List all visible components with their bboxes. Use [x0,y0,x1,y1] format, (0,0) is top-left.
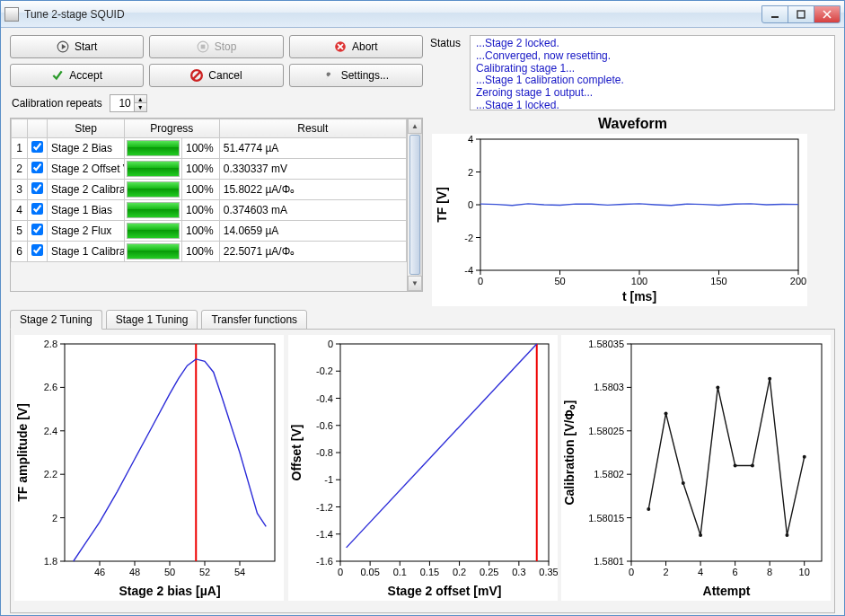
row-index: 2 [12,159,28,180]
maximize-button[interactable] [788,5,814,23]
svg-point-132 [699,533,702,537]
row-checkbox[interactable] [28,138,48,159]
abort-button[interactable]: Abort [289,35,423,58]
window-title: Tune 2-stage SQUID [24,8,762,21]
calrep-input[interactable] [110,95,134,111]
svg-text:0.3: 0.3 [512,567,525,577]
svg-text:1.5802: 1.5802 [594,469,624,480]
cancel-label: Cancel [208,69,242,82]
svg-text:46: 46 [94,567,105,577]
svg-text:200: 200 [790,276,806,286]
app-icon [4,7,19,22]
row-step: Stage 2 Calibrat [48,180,125,200]
col-progress[interactable]: Progress [125,119,220,138]
svg-rect-7 [200,45,205,49]
svg-text:2.2: 2.2 [44,469,57,480]
scroll-up[interactable]: ▲ [408,119,422,134]
calibration-chart: 02468101.58011.580151.58021.580251.58031… [561,335,831,601]
svg-text:-1.6: -1.6 [316,556,333,567]
tab-panel: 46485052541.822.22.42.62.8Stage 2 bias [… [10,329,835,613]
svg-text:1.58015: 1.58015 [588,513,624,524]
titlebar[interactable]: Tune 2-stage SQUID [1,1,844,28]
client-area: Start Stop Abort Accept Cancel Settings.… [1,28,844,615]
accept-button[interactable]: Accept [10,64,144,87]
svg-text:-4: -4 [464,265,473,276]
spin-up[interactable]: ▲ [134,95,146,103]
row-checkbox[interactable] [28,221,48,242]
svg-text:-0.2: -0.2 [316,365,333,376]
row-index: 4 [12,200,28,221]
svg-text:4: 4 [698,567,703,577]
svg-marker-5 [62,44,66,49]
row-checkbox[interactable] [28,242,48,262]
svg-point-130 [665,411,668,415]
start-label: Start [75,40,97,53]
svg-text:0.05: 0.05 [360,567,379,577]
row-progressbar [125,159,182,180]
row-progressbar [125,200,182,221]
row-checkbox[interactable] [28,200,48,221]
status-log[interactable]: ...Stage 2 locked....Converged, now rese… [470,35,835,110]
calrep-label: Calibration repeats [12,97,102,110]
row-percent: 100% [182,200,220,221]
row-step: Stage 1 Bias [48,200,125,221]
row-percent: 100% [182,221,220,242]
svg-text:1.8: 1.8 [44,556,57,567]
tab-stage2-tuning[interactable]: Stage 2 Tuning [10,310,102,330]
col-result[interactable]: Result [219,119,406,138]
row-percent: 100% [182,180,220,200]
row-step: Stage 1 Calibrat [48,242,125,262]
scroll-down[interactable]: ▼ [408,276,422,291]
table-row[interactable]: 2 Stage 2 Offset V 100% 0.330337 mV [12,159,407,180]
status-label: Status [430,35,461,110]
row-result: 51.4774 µA [219,138,406,159]
row-result: 0.374603 mA [219,200,406,221]
table-row[interactable]: 4 Stage 1 Bias 100% 0.374603 mA [12,200,407,221]
minimize-button[interactable] [761,5,788,23]
scroll-thumb[interactable] [409,135,420,275]
stop-label: Stop [215,40,237,53]
calrep-spinner[interactable]: ▲▼ [110,94,147,112]
row-progressbar [125,221,182,242]
tab-transfer-functions[interactable]: Transfer functions [201,310,307,330]
svg-text:Offset [V]: Offset [V] [289,425,304,481]
svg-text:10: 10 [799,567,810,577]
svg-text:6: 6 [733,567,738,577]
svg-text:TF [V]: TF [V] [435,187,449,223]
close-button[interactable] [814,5,841,23]
svg-text:50: 50 [554,276,565,286]
row-checkbox[interactable] [28,159,48,180]
settings-button[interactable]: Settings... [289,64,423,87]
stop-button[interactable]: Stop [149,35,283,58]
svg-text:-0.4: -0.4 [316,393,333,404]
col-step[interactable]: Step [48,119,125,138]
svg-line-12 [193,72,200,79]
svg-text:4: 4 [468,134,473,145]
svg-text:8: 8 [767,567,772,577]
table-row[interactable]: 3 Stage 2 Calibrat 100% 15.8022 µA/Φₒ [12,180,407,200]
svg-text:0: 0 [337,567,342,577]
svg-text:0.1: 0.1 [392,567,406,577]
tab-stage1-tuning[interactable]: Stage 1 Tuning [106,310,198,330]
svg-text:2.4: 2.4 [44,426,57,436]
svg-text:150: 150 [710,276,726,286]
table-row[interactable]: 1 Stage 2 Bias 100% 51.4774 µA [12,138,407,159]
svg-text:Attempt: Attempt [703,584,751,598]
cancel-button[interactable]: Cancel [149,64,283,87]
play-icon [57,40,69,53]
row-step: Stage 2 Flux [48,221,125,242]
start-button[interactable]: Start [10,35,144,58]
table-scrollbar[interactable]: ▲ ▼ [407,119,422,291]
table-row[interactable]: 5 Stage 2 Flux 100% 14.0659 µA [12,221,407,242]
svg-rect-1 [797,11,805,18]
table-row[interactable]: 6 Stage 1 Calibrat 100% 22.5071 µA/Φₒ [12,242,407,262]
row-step: Stage 2 Offset V [48,159,125,180]
row-checkbox[interactable] [28,180,48,200]
svg-text:1.58025: 1.58025 [588,426,624,436]
row-index: 1 [12,138,28,159]
svg-text:0.25: 0.25 [480,567,498,577]
spin-down[interactable]: ▼ [134,103,146,111]
bias-chart: 46485052541.822.22.42.62.8Stage 2 bias [… [14,335,284,601]
cancel-icon [190,69,203,82]
row-progressbar [125,242,182,262]
